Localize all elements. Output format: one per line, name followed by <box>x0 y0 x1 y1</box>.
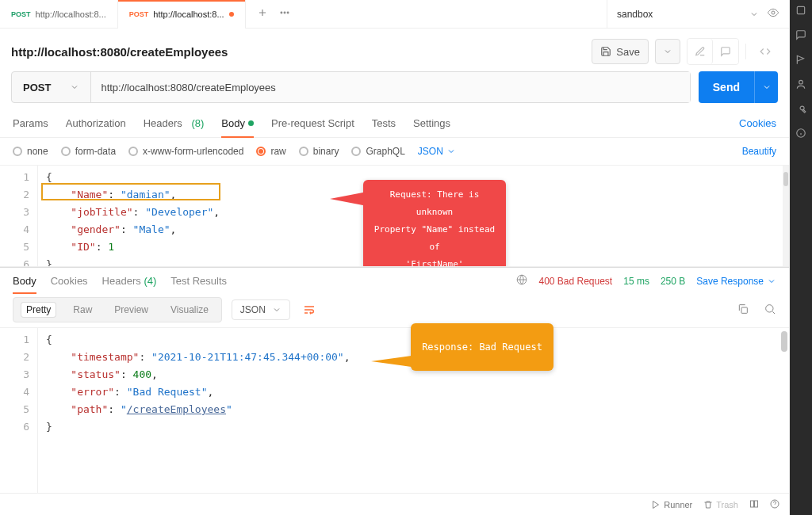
svg-point-6 <box>766 304 773 311</box>
globe-icon[interactable] <box>516 274 527 288</box>
svg-point-11 <box>799 80 803 84</box>
response-callout: Response: Bad Request <box>411 323 553 371</box>
body-none[interactable]: none <box>13 146 48 157</box>
tab-params[interactable]: Params <box>13 113 48 137</box>
response-lang-selector[interactable]: JSON <box>232 299 290 320</box>
tab-tests[interactable]: Tests <box>372 113 396 137</box>
response-body-editor[interactable]: 123456 { "timestamp": "2021-10-21T11:47:… <box>0 327 789 493</box>
send-button[interactable]: Send <box>699 71 778 103</box>
tab-settings[interactable]: Settings <box>413 113 450 137</box>
code-icon[interactable] <box>753 39 778 64</box>
url-input[interactable]: http://localhost:8080/createEmployees <box>91 72 689 102</box>
wrap-lines-icon[interactable] <box>298 299 320 321</box>
svg-rect-8 <box>755 501 758 507</box>
response-size: 250 B <box>661 276 685 287</box>
request-callout: Request: There is unknown Property "Name… <box>363 180 506 267</box>
copy-icon[interactable] <box>737 303 749 318</box>
response-time: 15 ms <box>623 276 649 287</box>
help-icon[interactable] <box>770 499 779 510</box>
method-badge: POST <box>129 10 149 18</box>
cookies-link[interactable]: Cookies <box>739 113 776 137</box>
status-bar: Runner Trash <box>0 493 789 515</box>
resp-tab-cookies[interactable]: Cookies <box>51 275 88 287</box>
response-view-toggle[interactable]: Pretty Raw Preview Visualize <box>13 297 222 322</box>
svg-rect-5 <box>741 307 747 313</box>
environment-quicklook-icon[interactable] <box>767 6 779 21</box>
svg-point-0 <box>281 12 282 13</box>
new-tab-icon[interactable] <box>257 7 268 21</box>
sidebar-flag-icon[interactable] <box>795 54 806 67</box>
method-badge: POST <box>11 10 31 18</box>
svg-rect-10 <box>797 6 804 13</box>
response-scrollbar[interactable] <box>781 331 787 352</box>
svg-point-1 <box>284 12 285 13</box>
request-tab-1[interactable]: POST http://localhost:8... <box>118 0 246 29</box>
body-urlencoded[interactable]: x-www-form-urlencoded <box>128 146 243 157</box>
body-formdata[interactable]: form-data <box>61 146 116 157</box>
body-graphql[interactable]: GraphQL <box>351 146 404 157</box>
trash-button[interactable]: Trash <box>703 500 738 509</box>
svg-rect-7 <box>751 501 754 507</box>
body-raw[interactable]: raw <box>256 146 285 157</box>
body-language-selector[interactable]: JSON <box>418 146 456 157</box>
save-dropdown[interactable] <box>655 39 680 64</box>
request-body-editor[interactable]: 123456 { "Name": "damian", "jobTitle": "… <box>0 166 789 267</box>
request-tab-0[interactable]: POST http://localhost:8... <box>0 0 118 29</box>
resp-tab-headers[interactable]: Headers (4) <box>102 275 157 287</box>
response-status: 400 Bad Request <box>538 276 612 287</box>
body-binary[interactable]: binary <box>299 146 339 157</box>
editor-scrollbar[interactable] <box>783 166 789 266</box>
tab-prerequest[interactable]: Pre-request Script <box>271 113 354 137</box>
tab-body[interactable]: Body <box>221 113 254 137</box>
tab-strip: POST http://localhost:8... POST http://l… <box>0 0 789 29</box>
tab-label: http://localhost:8... <box>153 10 224 19</box>
save-button[interactable]: Save <box>592 39 649 64</box>
tab-headers[interactable]: Headers (8) <box>144 113 205 137</box>
svg-point-2 <box>287 12 289 13</box>
more-tabs-icon[interactable] <box>279 7 290 21</box>
two-pane-icon[interactable] <box>749 499 759 510</box>
request-title: http://localhost:8080/createEmployees <box>11 45 228 59</box>
sidebar-comment-icon[interactable] <box>795 29 806 43</box>
comment-icon[interactable] <box>713 39 738 64</box>
search-icon[interactable] <box>764 303 776 318</box>
save-response-button[interactable]: Save Response <box>696 276 776 287</box>
runner-button[interactable]: Runner <box>651 500 692 509</box>
sidebar-user-icon[interactable] <box>795 78 806 92</box>
edit-icon[interactable] <box>688 39 713 64</box>
resp-tab-body[interactable]: Body <box>13 275 36 287</box>
tab-label: http://localhost:8... <box>36 10 106 19</box>
sidebar-info-icon[interactable] <box>795 128 806 141</box>
beautify-link[interactable]: Beautify <box>742 146 776 157</box>
svg-point-3 <box>772 11 775 14</box>
unsaved-dot-icon <box>229 12 234 17</box>
sidebar-wrench-icon[interactable] <box>795 103 806 116</box>
method-selector[interactable]: POST <box>12 72 91 102</box>
send-dropdown[interactable] <box>754 71 778 103</box>
right-sidebar <box>790 0 812 515</box>
tab-authorization[interactable]: Authorization <box>66 113 126 137</box>
environment-selector[interactable]: sandbox <box>607 0 789 29</box>
resp-tab-testresults[interactable]: Test Results <box>170 275 227 287</box>
environment-name: sandbox <box>617 9 653 20</box>
sidebar-item-icon[interactable] <box>795 5 806 18</box>
